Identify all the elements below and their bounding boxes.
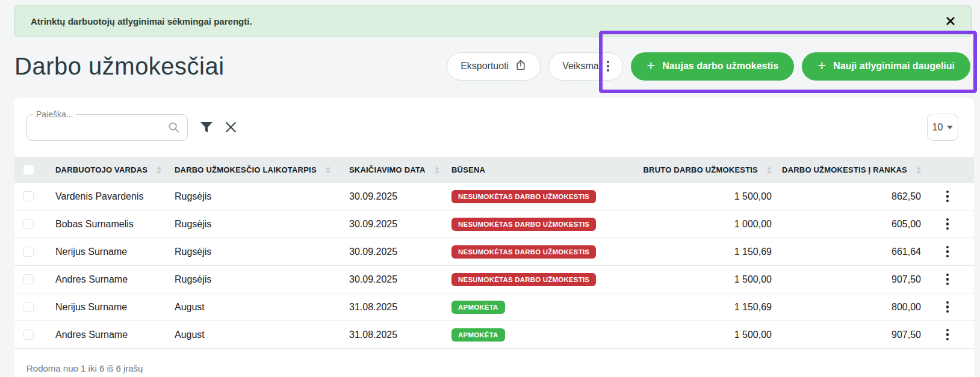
calculation-date: 30.09.2025: [349, 247, 451, 257]
sort-icon[interactable]: [435, 167, 439, 174]
row-menu-kebab-icon[interactable]: [946, 274, 949, 286]
page-size-select[interactable]: 10: [927, 114, 958, 141]
payroll-card: Paieška... 10: [14, 98, 974, 377]
select-all-checkbox[interactable]: [23, 165, 34, 175]
row-checkbox[interactable]: [23, 329, 34, 340]
row-checkbox[interactable]: [23, 274, 34, 284]
payroll-period: Rugsėjis: [175, 191, 349, 202]
gross-salary-value: 1 500,00: [632, 191, 772, 202]
new-payroll-button[interactable]: + Naujas darbo užmokestis: [631, 52, 794, 81]
caret-down-icon: [947, 126, 953, 129]
export-icon: [515, 59, 527, 73]
row-checkbox[interactable]: [23, 247, 34, 257]
search-icon: [167, 121, 180, 133]
column-header-gross-salary[interactable]: BRUTO DARBO UŽMOKESTIS: [632, 165, 772, 174]
employee-name: Nerijus Surname: [55, 302, 175, 313]
column-header-calculation-date[interactable]: SKAIČIAVIMO DATA: [349, 165, 451, 174]
new-payroll-button-label: Naujas darbo užmokestis: [662, 61, 778, 72]
table-row: Bobas Surnamelis Rugsėjis 30.09.2025 NES…: [14, 210, 974, 238]
filter-icon[interactable]: [200, 121, 213, 133]
row-checkbox[interactable]: [23, 302, 34, 312]
net-salary-value: 800,00: [772, 302, 921, 313]
employee-name: Andres Surname: [55, 274, 175, 285]
row-checkbox[interactable]: [23, 219, 34, 229]
table-row: Vardenis Pavardenis Rugsėjis 30.09.2025 …: [14, 183, 974, 210]
row-checkbox[interactable]: [23, 191, 34, 201]
status-badge: NESUMOKĖTAS DARBO UŽMOKESTIS: [451, 190, 596, 203]
table-toolbar: Paieška... 10: [14, 114, 974, 141]
calculation-date: 30.09.2025: [349, 191, 451, 202]
actions-kebab-icon: [607, 61, 609, 72]
new-bulk-salaries-button[interactable]: + Nauji atlyginimai daugeliui: [802, 52, 970, 81]
employee-name: Nerijus Surname: [55, 247, 175, 257]
table-row: Nerijus Surname August 31.08.2025 APMOKĖ…: [14, 293, 974, 321]
column-header-employee-name[interactable]: DARBUOTOJO VARDAS: [55, 165, 175, 174]
sort-icon[interactable]: [767, 167, 772, 174]
row-menu-kebab-icon[interactable]: [946, 246, 949, 258]
status-badge: APMOKĖTA: [451, 328, 505, 342]
table-row: Andres Surname Rugsėjis 30.09.2025 NESUM…: [14, 266, 974, 293]
plus-icon: +: [647, 58, 655, 73]
calculation-date: 31.08.2025: [349, 302, 451, 313]
search-field-label: Paieška...: [33, 109, 76, 119]
gross-salary-value: 1 150,69: [632, 302, 772, 313]
table-row: Nerijus Surname Rugsėjis 30.09.2025 NESU…: [14, 238, 974, 266]
search-field[interactable]: Paieška...: [26, 114, 188, 141]
clear-filters-icon[interactable]: [225, 121, 237, 133]
employee-name: Vardenis Pavardenis: [55, 191, 175, 202]
records-summary: Rodoma nuo 1 iki 6 iš 6 įrašų: [26, 363, 143, 373]
table-header-row: DARBUOTOJO VARDAS DARBO UŽMOKESČIO LAIKO…: [14, 157, 974, 183]
employee-name: Andres Surname: [55, 329, 175, 340]
gross-salary-value: 1 500,00: [632, 274, 772, 285]
gross-salary-value: 1 500,00: [632, 329, 772, 340]
status-badge: NESUMOKĖTAS DARBO UŽMOKESTIS: [451, 245, 596, 259]
column-header-status[interactable]: BŪSENA: [451, 165, 632, 174]
row-menu-kebab-icon[interactable]: [946, 191, 949, 203]
net-salary-value: 907,50: [772, 274, 921, 285]
export-button-label: Eksportuoti: [461, 61, 509, 72]
calculation-date: 30.09.2025: [349, 274, 451, 285]
payroll-period: Rugsėjis: [175, 274, 349, 285]
sort-icon[interactable]: [326, 167, 330, 174]
net-salary-value: 862,50: [772, 191, 921, 202]
table-row: Andres Surname August 31.08.2025 APMOKĖT…: [14, 321, 974, 349]
success-banner: Atrinktų darbuotojų atlyginimai sėkminga…: [14, 5, 972, 37]
table-footer: Rodoma nuo 1 iki 6 iš 6 įrašų: [14, 349, 974, 373]
payroll-period: August: [175, 302, 349, 313]
status-badge: APMOKĖTA: [451, 301, 505, 314]
sort-icon[interactable]: [916, 167, 921, 174]
calculation-date: 31.08.2025: [349, 329, 451, 340]
payroll-period: Rugsėjis: [175, 219, 349, 230]
banner-close-icon[interactable]: [946, 16, 955, 26]
sort-icon[interactable]: [157, 167, 161, 174]
page-title: Darbo užmokesčiai: [14, 53, 225, 80]
status-badge: NESUMOKĖTAS DARBO UŽMOKESTIS: [451, 218, 596, 231]
export-button[interactable]: Eksportuoti: [447, 52, 541, 81]
row-menu-kebab-icon[interactable]: [946, 329, 949, 341]
page-header: Darbo užmokesčiai Eksportuoti Veiksmai +…: [14, 47, 970, 85]
gross-salary-value: 1 150,69: [632, 247, 772, 257]
payroll-table: DARBUOTOJO VARDAS DARBO UŽMOKESČIO LAIKO…: [14, 157, 974, 349]
actions-button[interactable]: Veiksmai: [548, 52, 623, 81]
column-header-net-salary[interactable]: DARBO UŽMOKESTIS Į RANKAS: [772, 165, 921, 174]
payroll-period: August: [175, 329, 349, 340]
table-body: Vardenis Pavardenis Rugsėjis 30.09.2025 …: [14, 183, 974, 349]
plus-icon: +: [817, 58, 826, 73]
page-size-value: 10: [932, 122, 943, 133]
header-buttons: Eksportuoti Veiksmai + Naujas darbo užmo…: [447, 52, 970, 81]
new-bulk-salaries-button-label: Nauji atlyginimai daugeliui: [833, 61, 955, 72]
gross-salary-value: 1 000,00: [632, 219, 772, 230]
column-header-payroll-period[interactable]: DARBO UŽMOKESČIO LAIKOTARPIS: [175, 165, 349, 174]
net-salary-value: 907,50: [772, 329, 921, 340]
row-menu-kebab-icon[interactable]: [946, 218, 949, 230]
net-salary-value: 605,00: [772, 219, 921, 230]
status-badge: NESUMOKĖTAS DARBO UŽMOKESTIS: [451, 273, 596, 286]
calculation-date: 30.09.2025: [349, 219, 451, 230]
payroll-period: Rugsėjis: [175, 247, 349, 257]
employee-name: Bobas Surnamelis: [55, 219, 175, 230]
actions-button-label: Veiksmai: [562, 61, 601, 72]
row-menu-kebab-icon[interactable]: [946, 301, 949, 313]
net-salary-value: 661,64: [772, 247, 921, 257]
banner-message: Atrinktų darbuotojų atlyginimai sėkminga…: [31, 16, 252, 26]
